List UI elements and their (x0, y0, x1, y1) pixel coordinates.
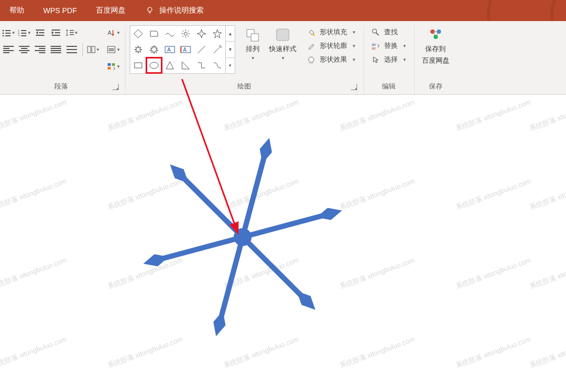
svg-rect-18 (52, 35, 60, 36)
shape-right-triangle[interactable] (178, 57, 194, 73)
shape-textbox-v[interactable]: A (178, 42, 194, 57)
watermark: 系统部落 xitongbuluo.com (454, 97, 532, 133)
shape-outline-button[interactable]: 形状轮廓▼ (304, 39, 359, 53)
shape-line[interactable] (194, 42, 209, 57)
shapes-more[interactable]: ▾ (226, 58, 235, 73)
shape-fill-button[interactable]: 形状填充▼ (304, 25, 359, 39)
align-text-button[interactable]: ▼ (106, 42, 121, 57)
snowflake-shape[interactable] (132, 126, 353, 348)
watermark: 系统部落 xitongbuluo.com (528, 97, 566, 133)
svg-point-52 (313, 34, 315, 36)
select-button[interactable]: 选择▼ (368, 53, 410, 66)
numbering-button[interactable]: 123▼ (17, 25, 32, 40)
group-drawing: A A ▲ ▼ ▾ 排列 (126, 25, 364, 94)
svg-rect-4 (5, 33, 11, 34)
svg-rect-29 (112, 63, 115, 66)
svg-rect-16 (52, 30, 60, 31)
shape-star4[interactable] (194, 26, 209, 42)
decrease-indent-button[interactable] (33, 25, 47, 40)
watermark: 系统部落 xitongbuluo.com (0, 177, 68, 212)
svg-rect-30 (108, 67, 111, 70)
svg-point-55 (372, 29, 377, 33)
svg-line-45 (198, 46, 205, 53)
svg-point-5 (2, 35, 4, 37)
shapes-scroll[interactable]: ▲ ▼ ▾ (225, 26, 235, 73)
svg-rect-19 (70, 30, 74, 31)
svg-rect-14 (39, 32, 44, 33)
shape-rect[interactable] (130, 57, 146, 73)
watermark: 系统部落 xitongbuluo.com (454, 177, 532, 212)
group-save: 保存到 百度网盘 保存 (415, 25, 457, 94)
svg-line-65 (243, 151, 266, 237)
save-to-baidu-button[interactable]: 保存到 百度网盘 (419, 25, 453, 67)
columns-button[interactable]: ▼ (86, 42, 101, 57)
group-label-save: 保存 (419, 79, 453, 94)
shape-textbox-h[interactable]: A (162, 42, 178, 57)
group-editing: 查找 abac替换▼ 选择▼ 编辑 (364, 25, 415, 94)
svg-rect-8 (21, 30, 26, 31)
svg-rect-20 (70, 32, 74, 33)
shape-burst1[interactable] (130, 42, 146, 57)
shape-line-arrow[interactable] (209, 42, 225, 57)
shapes-scroll-up[interactable]: ▲ (226, 26, 235, 42)
shape-curved-elbow[interactable] (209, 57, 225, 73)
convert-smartart-button[interactable]: ▼ (106, 59, 121, 74)
justify-button[interactable] (49, 42, 63, 57)
shape-star5[interactable] (209, 26, 225, 42)
shape-triangle[interactable] (162, 57, 178, 73)
shape-sun[interactable] (178, 26, 194, 42)
svg-line-36 (183, 31, 184, 32)
quick-styles-icon (275, 27, 291, 42)
quick-styles-button[interactable]: 快速样式 ▼ (266, 25, 300, 63)
increase-indent-button[interactable] (49, 25, 63, 40)
group-paragraph: ▼ 123▼ ▼ ▼ A▼ ▼ ▼ (0, 25, 126, 94)
align-right-button[interactable] (33, 42, 47, 57)
shapes-gallery[interactable]: A A ▲ ▼ ▾ (130, 25, 235, 74)
shape-rounded-rect[interactable] (146, 26, 162, 42)
tab-help[interactable]: 帮助 (0, 0, 34, 21)
bullets-button[interactable]: ▼ (1, 25, 16, 40)
tab-wps-pdf[interactable]: WPS PDF (34, 0, 87, 21)
shape-oval[interactable] (146, 57, 162, 73)
watermark: 系统部落 xitongbuluo.com (454, 256, 532, 291)
search-icon (371, 28, 380, 36)
svg-rect-23 (92, 46, 95, 53)
svg-line-39 (188, 31, 189, 32)
find-button[interactable]: 查找 (368, 25, 410, 39)
svg-line-67 (243, 237, 306, 300)
shape-diamond[interactable] (130, 26, 146, 42)
svg-line-69 (156, 237, 243, 260)
replace-button[interactable]: abac替换▼ (368, 39, 410, 53)
decorative-circles (424, 0, 566, 21)
shape-elbow[interactable] (194, 57, 209, 73)
slide-canvas[interactable]: 系统部落 xitongbuluo.com 系统部落 xitongbuluo.co… (0, 95, 566, 392)
tell-me-search[interactable]: 操作说明搜索 (146, 6, 204, 15)
shape-effects-button[interactable]: 形状效果▼ (304, 53, 359, 66)
svg-rect-2 (5, 30, 11, 31)
distribute-button[interactable] (64, 42, 79, 57)
align-center-button[interactable] (17, 42, 32, 57)
watermark: 系统部落 xitongbuluo.com (528, 335, 566, 370)
text-direction-button[interactable]: A▼ (106, 25, 121, 40)
svg-line-46 (214, 47, 220, 53)
shapes-scroll-down[interactable]: ▼ (226, 42, 235, 57)
arrange-button[interactable]: 排列 ▼ (242, 25, 264, 63)
cursor-icon (371, 55, 380, 64)
line-spacing-button[interactable]: ▼ (64, 25, 79, 40)
watermark: 系统部落 xitongbuluo.com (528, 177, 566, 212)
watermark: 系统部落 xitongbuluo.com (0, 256, 68, 291)
svg-rect-51 (276, 29, 289, 41)
shape-burst2[interactable] (146, 42, 162, 57)
group-label-paragraph: 段落 (1, 79, 121, 94)
svg-line-70 (179, 174, 243, 237)
drawing-launcher[interactable] (351, 84, 357, 90)
paragraph-launcher[interactable] (112, 84, 119, 90)
ribbon: ▼ 123▼ ▼ ▼ A▼ ▼ ▼ (0, 21, 566, 95)
tab-baidu-netdisk[interactable]: 百度网盘 (87, 0, 135, 21)
shape-wave[interactable] (162, 26, 178, 42)
svg-text:3: 3 (18, 34, 20, 36)
bucket-icon (307, 28, 315, 36)
svg-text:ab: ab (372, 43, 376, 46)
align-left-button[interactable] (1, 42, 16, 57)
svg-rect-28 (108, 63, 111, 66)
